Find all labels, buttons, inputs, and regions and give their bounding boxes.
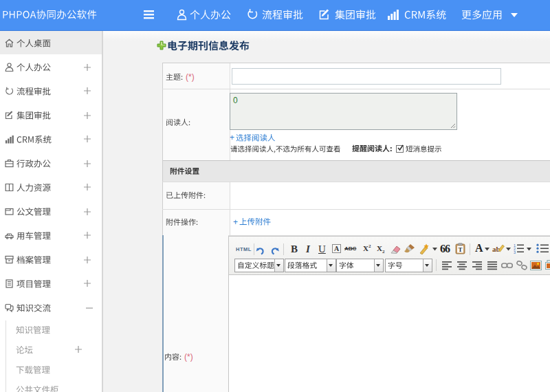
svg-text:3: 3 xyxy=(514,250,516,254)
svg-text:T: T xyxy=(458,246,462,253)
svg-text:ab: ab xyxy=(492,245,500,253)
